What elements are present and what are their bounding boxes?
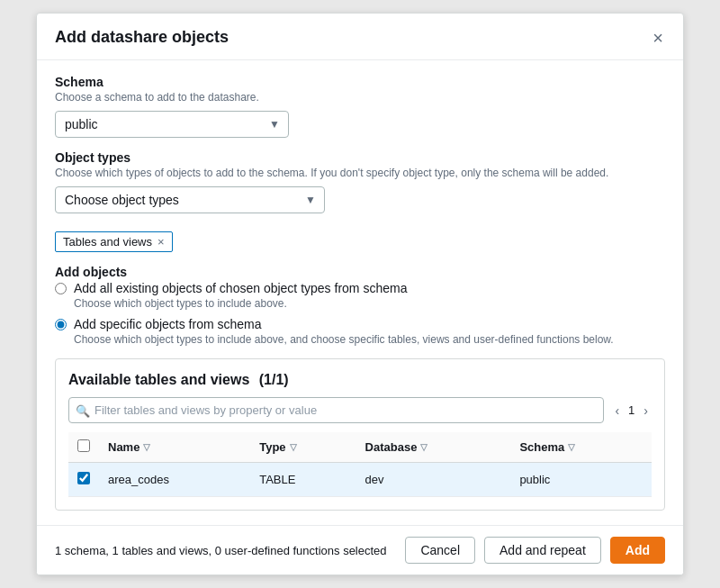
object-types-select-wrapper: Choose object types ▼: [55, 186, 325, 213]
row-database: dev: [356, 463, 511, 497]
dialog-footer: 1 schema, 1 tables and views, 0 user-def…: [37, 525, 683, 574]
cancel-button[interactable]: Cancel: [405, 537, 475, 564]
add-repeat-button[interactable]: Add and repeat: [484, 537, 601, 564]
object-types-hint: Choose which types of objects to add to …: [55, 167, 665, 179]
search-icon: 🔍: [76, 403, 90, 417]
table-header-row: Name ▽ Type ▽: [68, 432, 652, 463]
tag-remove-icon[interactable]: ×: [158, 235, 165, 249]
radio-specific[interactable]: [55, 319, 67, 330]
schema-hint: Choose a schema to add to the datashare.: [55, 91, 665, 104]
close-button[interactable]: ×: [651, 29, 665, 47]
radio-specific-item: Add specific objects from schema Choose …: [55, 317, 665, 346]
name-sort-icon: ▽: [143, 442, 150, 452]
object-types-select[interactable]: Choose object types: [55, 186, 325, 213]
radio-group: Add all existing objects of chosen objec…: [55, 281, 665, 346]
radio-all-label[interactable]: Add all existing objects of chosen objec…: [74, 281, 407, 295]
pagination: ‹ 1 ›: [611, 402, 652, 420]
schema-sort-icon: ▽: [568, 442, 575, 452]
header-database: Database ▽: [356, 432, 511, 463]
footer-status: 1 schema, 1 tables and views, 0 user-def…: [55, 544, 387, 557]
header-checkbox-cell: [68, 432, 99, 463]
schema-section: Schema Choose a schema to add to the dat…: [55, 75, 665, 150]
table-head: Name ▽ Type ▽: [68, 432, 652, 463]
filter-input[interactable]: [68, 397, 604, 423]
available-section: Available tables and views (1/1) 🔍 ‹ 1 ›: [55, 358, 665, 511]
dialog-title: Add datashare objects: [55, 28, 229, 47]
schema-label: Schema: [55, 75, 665, 89]
tables-views-tag: Tables and views ×: [55, 231, 173, 252]
table-row: area_codesTABLEdevpublic: [68, 463, 652, 497]
radio-all-content: Add all existing objects of chosen objec…: [74, 281, 407, 310]
radio-all-hint: Choose which object types to include abo…: [74, 297, 407, 310]
radio-all-item: Add all existing objects of chosen objec…: [55, 281, 665, 310]
add-datashare-dialog: Add datashare objects × Schema Choose a …: [36, 13, 684, 575]
object-types-label: Object types: [55, 150, 665, 165]
select-all-checkbox[interactable]: [77, 439, 90, 452]
database-sort-icon: ▽: [420, 442, 428, 452]
page-number: 1: [628, 403, 634, 417]
type-sort-icon: ▽: [290, 442, 297, 452]
schema-select[interactable]: public: [55, 111, 289, 138]
table-body: area_codesTABLEdevpublic: [68, 463, 652, 497]
add-button[interactable]: Add: [610, 537, 665, 564]
add-objects-section: Add objects Add all existing objects of …: [55, 265, 665, 346]
radio-specific-label[interactable]: Add specific objects from schema: [74, 317, 262, 331]
tag-label: Tables and views: [63, 235, 152, 249]
header-name: Name ▽: [99, 432, 250, 463]
header-type: Type ▽: [250, 432, 356, 463]
next-page-button[interactable]: ›: [640, 402, 652, 420]
header-schema: Schema ▽: [510, 432, 652, 463]
radio-specific-content: Add specific objects from schema Choose …: [74, 317, 614, 346]
filter-input-wrapper: 🔍: [68, 397, 604, 423]
row-checkbox-cell: [68, 463, 99, 497]
dialog-header: Add datashare objects ×: [37, 14, 683, 60]
object-types-section: Object types Choose which types of objec…: [55, 150, 665, 265]
dialog-body: Schema Choose a schema to add to the dat…: [37, 60, 683, 525]
schema-select-wrapper: public ▼: [55, 111, 289, 138]
prev-page-button[interactable]: ‹: [611, 402, 623, 420]
table-container: Name ▽ Type ▽: [68, 432, 652, 497]
row-checkbox[interactable]: [77, 472, 90, 484]
filter-row: 🔍 ‹ 1 ›: [68, 397, 652, 423]
add-objects-label: Add objects: [55, 265, 665, 279]
footer-actions: Cancel Add and repeat Add: [405, 537, 665, 564]
row-name: area_codes: [99, 463, 250, 497]
data-table: Name ▽ Type ▽: [68, 432, 652, 497]
radio-all[interactable]: [55, 283, 67, 294]
row-type: TABLE: [250, 463, 356, 497]
available-title: Available tables and views (1/1): [68, 372, 652, 388]
row-schema: public: [510, 463, 652, 497]
radio-specific-hint: Choose which object types to include abo…: [74, 333, 614, 346]
